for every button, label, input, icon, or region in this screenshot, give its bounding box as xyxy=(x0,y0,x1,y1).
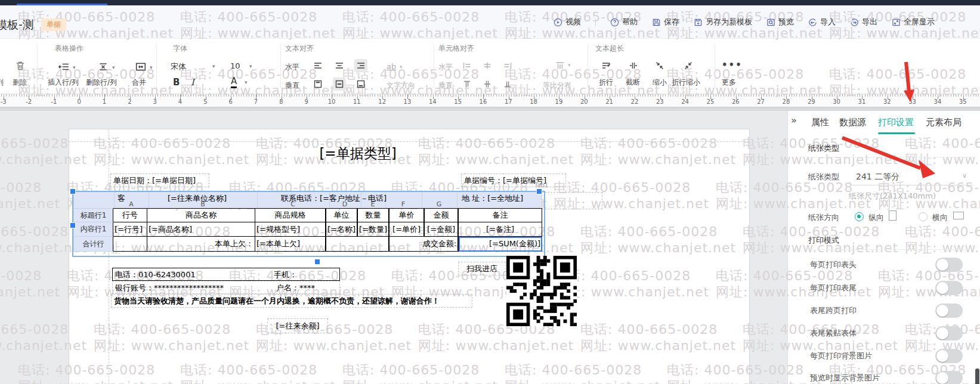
content-cell[interactable]: [=数量] xyxy=(358,222,389,237)
balance-field[interactable]: [=往来余额] xyxy=(267,318,328,333)
total-sum-cell[interactable]: [=SUM(金额)] xyxy=(459,237,542,252)
distribute-caret-icon[interactable]: ▾ xyxy=(568,62,571,68)
tab-print-settings[interactable]: 打印设置 xyxy=(878,117,914,128)
phone-box[interactable]: 电话：010-62430001 手机： xyxy=(112,268,340,281)
total-label-cell[interactable]: 本单上欠： xyxy=(147,237,255,252)
more-icon[interactable]: ••• xyxy=(722,60,743,70)
content-cell[interactable]: [=规格型号] xyxy=(255,222,326,237)
header-cell[interactable]: 单位 xyxy=(326,208,358,222)
chevron-down-icon[interactable]: ∨ xyxy=(962,172,967,179)
delete-caret-icon[interactable]: ▾ xyxy=(112,64,115,70)
toggle-switch-off[interactable] xyxy=(935,281,963,295)
qr-code[interactable] xyxy=(506,256,577,326)
qr-label[interactable]: 扫我进店 xyxy=(458,262,506,275)
resize-handle-top-right[interactable] xyxy=(536,188,542,194)
tab-datasource[interactable]: 数据源 xyxy=(839,117,866,128)
cell-align-top-button[interactable] xyxy=(460,78,474,91)
content-cell[interactable]: [=名称] xyxy=(326,222,358,237)
cell-align-center-h-button[interactable] xyxy=(481,59,494,72)
preview-button[interactable]: 预览 xyxy=(766,17,794,27)
highlight-button[interactable]: ab xyxy=(387,62,396,71)
delete-row-col-label[interactable]: 删除行/列 xyxy=(86,78,117,88)
font-color-button[interactable]: A xyxy=(231,76,237,88)
truncate-label[interactable]: 截断 xyxy=(626,78,640,88)
bold-button[interactable]: B xyxy=(173,77,180,88)
row-header[interactable]: 内容行1 xyxy=(73,222,113,237)
content-cell[interactable]: [=行号] xyxy=(113,222,147,237)
header-cell[interactable]: 商品规格 xyxy=(255,208,326,222)
panel-scrollbar[interactable] xyxy=(975,368,979,384)
row-header[interactable]: 合计行 xyxy=(73,237,113,252)
header-cell[interactable]: 商品名称 xyxy=(147,208,255,222)
toggle-switch-off[interactable] xyxy=(935,258,963,272)
align-center-button[interactable] xyxy=(333,59,346,72)
fullscreen-button[interactable]: 全屏显示 xyxy=(892,17,935,27)
cell-align-middle-v-button[interactable] xyxy=(481,78,494,91)
shrink-text-button[interactable] xyxy=(653,59,666,72)
italic-button[interactable]: I xyxy=(191,77,194,88)
content-cell[interactable]: [=金额] xyxy=(425,222,459,237)
save-as-template-button[interactable]: 另存为新模板 xyxy=(694,17,752,27)
align-left-button[interactable] xyxy=(311,59,324,72)
font-color-caret-icon[interactable]: ▾ xyxy=(245,79,248,85)
insert-row-col-label[interactable]: 插入行/列 xyxy=(48,78,79,88)
distribute-evenly-button[interactable] xyxy=(554,59,567,72)
cell-align-left-button[interactable] xyxy=(460,59,474,72)
text-direction-button[interactable]: 文字方向 xyxy=(387,80,415,91)
panel-collapse-button[interactable]: » xyxy=(791,114,797,126)
content-cell[interactable]: [=商品名称] xyxy=(147,222,255,237)
cell-align-bottom-button[interactable] xyxy=(501,78,514,91)
header-cell[interactable]: 单价 xyxy=(389,208,425,222)
toggle-switch-off[interactable] xyxy=(935,304,963,318)
row-header[interactable]: 标题行1 xyxy=(73,208,113,222)
merge-cells-button[interactable] xyxy=(135,61,146,75)
highlight-caret-icon[interactable]: ▾ xyxy=(400,64,403,70)
paper-type-select[interactable]: 241 二等分 xyxy=(856,172,899,182)
header-cell[interactable]: 行号 xyxy=(113,208,147,222)
content-cell[interactable]: [=备注] xyxy=(459,222,542,237)
notice-box[interactable]: 货物当天请验收清楚，产品质量问题请在一个月内退换，逾期概不负责，还望谅解，谢谢合… xyxy=(111,294,472,308)
tab-properties[interactable]: 属性 xyxy=(811,117,829,128)
merge-cells-label[interactable]: 合并 xyxy=(132,78,146,88)
delete-button[interactable] xyxy=(15,60,26,73)
export-button[interactable]: 导出 xyxy=(850,17,877,27)
insert-caret-icon[interactable]: ▾ xyxy=(73,64,76,70)
doc-date-field[interactable]: 单据日期：[=单据日期] xyxy=(113,175,196,186)
landscape-radio[interactable] xyxy=(919,212,928,221)
align-right-button[interactable] xyxy=(354,59,367,72)
total-value-cell[interactable]: [=本单上欠] xyxy=(255,237,326,252)
valign-middle-button[interactable] xyxy=(333,78,346,91)
content-cell[interactable]: [=单价] xyxy=(389,222,425,237)
cell-align-right-button[interactable] xyxy=(501,59,514,72)
total-amount-label-cell[interactable]: 成交金额: xyxy=(389,237,459,252)
wrap-shrink-label[interactable]: 折行缩小 xyxy=(672,78,700,88)
wrap-text-label[interactable]: 折行 xyxy=(599,78,613,88)
toggle-switch-off[interactable] xyxy=(935,371,963,384)
tab-element-layout[interactable]: 元素布局 xyxy=(926,117,962,128)
portrait-radio[interactable] xyxy=(855,212,864,221)
delete-row-col-button[interactable] xyxy=(98,61,109,75)
help-button[interactable]: 帮助 xyxy=(610,17,638,27)
font-size-caret-icon[interactable]: ▾ xyxy=(249,63,252,69)
customer-label[interactable]: 客 xyxy=(118,193,125,204)
import-button[interactable]: 导入 xyxy=(808,17,836,27)
more-label[interactable]: 更多 xyxy=(722,78,736,88)
total-cell-empty[interactable] xyxy=(113,237,147,252)
header-cell[interactable]: 金额 xyxy=(425,208,459,222)
font-size-select[interactable]: 10 xyxy=(230,61,240,70)
merge-caret-icon[interactable]: ▾ xyxy=(150,64,153,70)
header-cell[interactable]: 数量 xyxy=(358,208,389,222)
font-family-caret-icon[interactable]: ▾ xyxy=(212,63,215,69)
bank-box[interactable]: 银行账号：****************** 户名：**** xyxy=(112,281,340,294)
template-table[interactable]: 标题行1 行号 商品名称 商品规格 单位 数量 单价 金额 备注 内容行1 [=… xyxy=(73,208,542,252)
toggle-switch-off[interactable] xyxy=(935,326,963,340)
valign-top-button[interactable] xyxy=(311,78,324,91)
valign-bottom-button[interactable] xyxy=(354,78,367,91)
truncate-text-button[interactable] xyxy=(627,59,640,72)
save-button[interactable]: 保存 xyxy=(652,17,679,27)
doc-title-field[interactable]: [=单据类型] xyxy=(286,144,429,163)
table-customer-band[interactable]: 客 [=往来单位名称] 联系电话：[=客户地址－电话] 地 址：[=全地址] A… xyxy=(73,192,542,208)
resize-handle-mid-left[interactable] xyxy=(70,222,76,228)
video-button[interactable]: 视频 xyxy=(554,17,581,27)
insert-row-col-button[interactable] xyxy=(58,61,69,75)
